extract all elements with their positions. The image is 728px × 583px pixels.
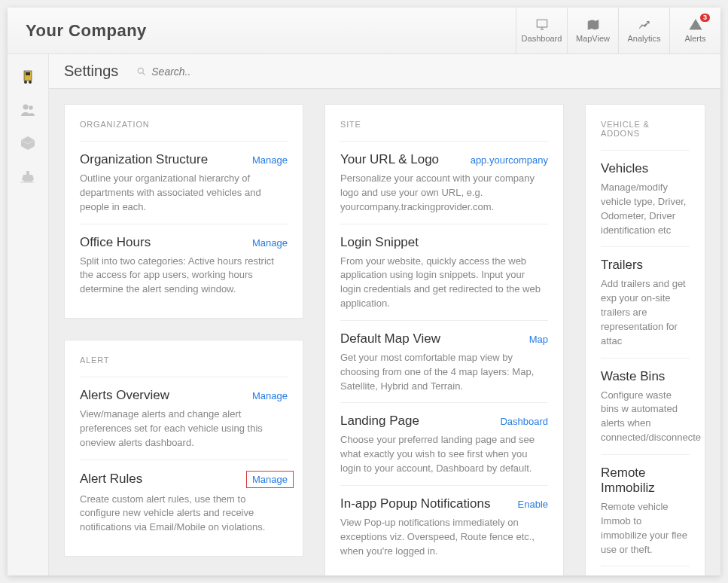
svg-line-16	[143, 72, 145, 75]
sidebar-package-icon[interactable]	[17, 133, 38, 154]
waste-bins-title: Waste Bins	[601, 369, 665, 384]
site-card: SITE Your URL & Logo app.yourcompany Per…	[324, 104, 564, 575]
popup-notifications-item: In-app Popup Notifications Enable View P…	[340, 485, 548, 568]
org-structure-title: Organization Structure	[80, 152, 208, 167]
vehicles-item: Vehicles Manage/modify vehicle type, Dri…	[601, 150, 690, 246]
url-logo-title: Your URL & Logo	[340, 152, 439, 167]
alert-rules-desc: Create custom alert rules, use them to c…	[80, 493, 288, 536]
nav-dashboard-label: Dashboard	[522, 34, 562, 43]
svg-rect-14	[26, 171, 29, 175]
svg-rect-7	[24, 71, 32, 81]
cards-row: ORGANIZATION Organization Structure Mana…	[49, 89, 720, 575]
sidebar-users-icon[interactable]	[17, 99, 38, 121]
alerts-badge: 3	[700, 14, 710, 22]
default-map-link[interactable]: Map	[529, 334, 548, 345]
popup-notifications-desc: View Pop-up notifications immediately on…	[340, 516, 548, 559]
search-icon	[136, 66, 147, 77]
alerts-overview-manage-link[interactable]: Manage	[252, 390, 288, 401]
alert-card: ALERT Alerts Overview Manage View/manage…	[64, 340, 303, 557]
org-structure-manage-link[interactable]: Manage	[252, 154, 288, 166]
search-input[interactable]	[151, 66, 264, 78]
url-logo-link[interactable]: app.yourcompany	[471, 154, 548, 166]
svg-rect-0	[537, 20, 547, 27]
top-bar: Your Company Dashboard MapView Analytics…	[8, 8, 720, 54]
sidebar-ship-icon[interactable]	[17, 166, 38, 187]
popup-notifications-enable-link[interactable]: Enable	[518, 499, 548, 510]
sidebar	[8, 54, 49, 575]
app-shell: Your Company Dashboard MapView Analytics…	[8, 8, 720, 575]
office-hours-item: Office Hours Manage Split into two categ…	[80, 224, 288, 307]
trailers-desc: Add trailers and get exp your on-site tr…	[601, 277, 690, 348]
alert-rules-item: Alert Rules Manage Create custom alert r…	[80, 459, 288, 545]
svg-point-6	[695, 27, 696, 28]
default-map-item: Default Map View Map Get your most comfo…	[340, 320, 548, 403]
body: Settings ORGANIZATION Organization Struc…	[8, 54, 720, 575]
map-icon	[585, 18, 602, 32]
main-header: Settings	[49, 54, 720, 89]
nav-alerts-label: Alerts	[684, 34, 705, 43]
remote-immobilize-title: Remote Immobiliz	[601, 465, 690, 496]
alert-rules-manage-link[interactable]: Manage	[246, 471, 294, 488]
alerts-overview-title: Alerts Overview	[80, 388, 169, 403]
vehicle-addons-card: VEHICLE & ADDONS Vehicles Manage/modify …	[585, 104, 705, 575]
svg-point-15	[139, 68, 144, 73]
svg-point-3	[592, 20, 594, 23]
alert-rules-title: Alert Rules	[80, 472, 142, 487]
url-logo-desc: Personalize your account with your compa…	[340, 172, 548, 215]
nav-mapview[interactable]: MapView	[567, 8, 618, 53]
default-map-title: Default Map View	[340, 331, 440, 346]
svg-marker-13	[21, 136, 35, 150]
top-nav: Dashboard MapView Analytics 3 Alerts	[516, 8, 720, 53]
nav-mapview-label: MapView	[576, 34, 610, 43]
nav-dashboard[interactable]: Dashboard	[516, 8, 567, 53]
column-3: VEHICLE & ADDONS Vehicles Manage/modify …	[585, 104, 705, 575]
popup-notifications-title: In-app Popup Notifications	[340, 496, 490, 511]
ibutton-item: iButton Solely for the purpose o modes: …	[601, 566, 690, 575]
dashboard-icon	[534, 18, 550, 32]
remote-immobilize-item: Remote Immobiliz Remote vehicle Immob to…	[601, 454, 690, 566]
vehicles-title: Vehicles	[601, 161, 648, 176]
landing-page-item: Landing Page Dashboard Choose your prefe…	[340, 402, 548, 485]
site-label: SITE	[340, 120, 548, 129]
alerts-overview-item: Alerts Overview Manage View/manage alert…	[80, 377, 288, 459]
search-wrap	[136, 66, 264, 78]
waste-bins-item: Waste Bins Configure waste bins w automa…	[601, 358, 690, 454]
login-snippet-title: Login Snippet	[340, 235, 419, 250]
brand-title: Your Company	[26, 21, 147, 41]
trailers-item: Trailers Add trailers and get exp your o…	[601, 246, 690, 357]
trailers-title: Trailers	[601, 258, 643, 273]
login-snippet-desc: From your website, quickly access the we…	[340, 255, 548, 311]
svg-point-11	[23, 105, 29, 110]
landing-page-desc: Choose your preferred landing page and s…	[340, 433, 548, 476]
office-hours-manage-link[interactable]: Manage	[252, 237, 288, 249]
alert-label: ALERT	[80, 356, 288, 365]
column-1: ORGANIZATION Organization Structure Mana…	[64, 104, 303, 575]
login-snippet-item: Login Snippet From your website, quickly…	[340, 224, 548, 320]
remote-immobilize-desc: Remote vehicle Immob to immobilize your …	[601, 500, 690, 557]
vehicle-addons-label: VEHICLE & ADDONS	[601, 120, 690, 138]
office-hours-desc: Split into two categories: Active hours …	[80, 255, 288, 298]
page-title: Settings	[64, 63, 118, 80]
org-structure-desc: Outline your organizational hierarchy of…	[80, 172, 288, 215]
waste-bins-desc: Configure waste bins w automated alerts …	[601, 389, 690, 445]
sidebar-truck-icon[interactable]	[17, 66, 38, 87]
nav-alerts[interactable]: 3 Alerts	[669, 8, 720, 53]
column-2: SITE Your URL & Logo app.yourcompany Per…	[324, 104, 564, 575]
main-area: Settings ORGANIZATION Organization Struc…	[49, 54, 720, 575]
organization-card: ORGANIZATION Organization Structure Mana…	[64, 104, 303, 319]
default-map-desc: Get your most comfortable map view by ch…	[340, 351, 548, 394]
landing-page-title: Landing Page	[340, 414, 419, 429]
office-hours-title: Office Hours	[80, 235, 151, 250]
org-structure-item: Organization Structure Manage Outline yo…	[80, 141, 288, 224]
landing-page-link[interactable]: Dashboard	[500, 416, 548, 427]
organization-label: ORGANIZATION	[80, 120, 288, 129]
url-logo-item: Your URL & Logo app.yourcompany Personal…	[340, 141, 548, 224]
analytics-icon	[636, 18, 653, 32]
nav-analytics[interactable]: Analytics	[618, 8, 669, 53]
svg-point-12	[29, 105, 33, 110]
svg-point-9	[24, 81, 27, 84]
vehicles-desc: Manage/modify vehicle type, Driver, Odom…	[601, 181, 690, 237]
nav-analytics-label: Analytics	[627, 34, 660, 43]
svg-point-10	[29, 81, 32, 84]
alerts-overview-desc: View/manage alerts and change alert pref…	[80, 407, 288, 450]
